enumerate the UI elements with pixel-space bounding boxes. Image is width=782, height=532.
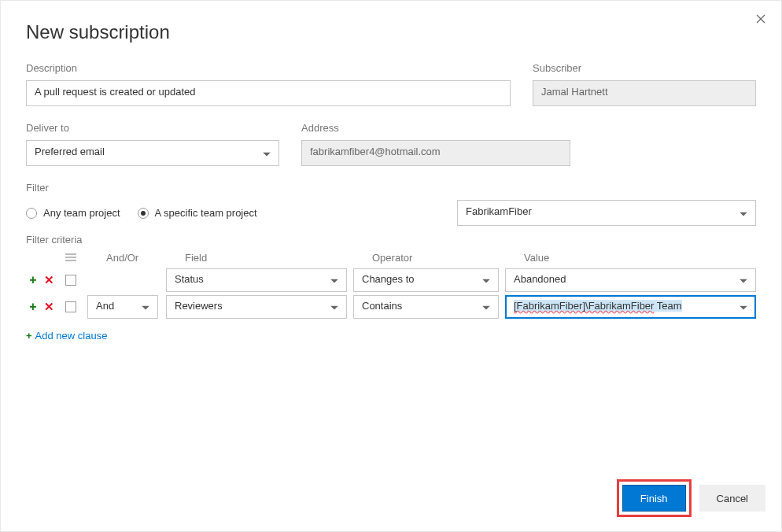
field-value: Status xyxy=(175,273,204,285)
radio-specific-label: A specific team project xyxy=(155,207,257,219)
operator-select[interactable]: Changes to xyxy=(353,268,499,292)
criteria-row: + ✕ Status Changes to Abandoned xyxy=(26,268,756,292)
andor-value: And xyxy=(96,300,114,312)
add-row-icon[interactable]: + xyxy=(26,273,40,287)
finish-button[interactable]: Finish xyxy=(622,485,686,512)
chevron-down-icon xyxy=(330,275,338,286)
value-text-suffix: Team xyxy=(654,300,681,312)
row-checkbox[interactable] xyxy=(65,301,76,312)
row-checkbox[interactable] xyxy=(65,275,76,286)
header-operator: Operator xyxy=(372,252,518,264)
radio-specific-project[interactable]: A specific team project xyxy=(138,207,257,219)
field-select[interactable]: Status xyxy=(166,268,347,292)
remove-row-icon[interactable]: ✕ xyxy=(42,300,56,314)
svg-rect-2 xyxy=(65,260,76,261)
header-value: Value xyxy=(524,252,756,264)
subscriber-field: Jamal Hartnett xyxy=(533,80,756,106)
chevron-down-icon xyxy=(482,275,490,286)
value-text: Abandoned xyxy=(514,273,566,285)
finish-label: Finish xyxy=(640,493,668,504)
field-value: Reviewers xyxy=(175,300,223,312)
radio-any-label: Any team project xyxy=(43,207,120,219)
add-clause-label: Add new clause xyxy=(35,330,108,342)
close-icon[interactable] xyxy=(753,12,769,28)
criteria-label: Filter criteria xyxy=(26,234,756,246)
add-clause-link[interactable]: + Add new clause xyxy=(26,330,107,342)
description-input[interactable]: A pull request is created or updated xyxy=(26,80,511,106)
field-select[interactable]: Reviewers xyxy=(166,295,347,319)
add-row-icon[interactable]: + xyxy=(26,300,40,314)
operator-value: Contains xyxy=(362,300,402,312)
address-field: fabrikamfiber4@hotmail.com xyxy=(301,140,570,166)
chevron-down-icon xyxy=(740,275,747,286)
header-field: Field xyxy=(185,252,366,264)
operator-select[interactable]: Contains xyxy=(353,295,499,319)
description-label: Description xyxy=(26,62,511,74)
subscriber-label: Subscriber xyxy=(533,62,756,74)
group-column-icon xyxy=(65,252,78,264)
value-input[interactable]: [FabrikamFiber]\FabrikamFiber Team xyxy=(505,295,756,319)
chevron-down-icon xyxy=(740,207,747,219)
remove-row-icon[interactable]: ✕ xyxy=(42,273,56,287)
header-andor: And/Or xyxy=(106,252,177,264)
finish-highlight: Finish xyxy=(617,479,692,517)
chevron-down-icon xyxy=(142,301,149,313)
project-value: FabrikamFiber xyxy=(466,205,532,217)
svg-rect-0 xyxy=(65,253,76,255)
chevron-down-icon xyxy=(740,301,747,313)
filter-label: Filter xyxy=(26,182,756,194)
address-value: fabrikamfiber4@hotmail.com xyxy=(310,146,441,157)
svg-rect-1 xyxy=(65,257,76,258)
chevron-down-icon xyxy=(263,147,271,159)
andor-select[interactable]: And xyxy=(87,295,158,319)
value-text-prefix: [FabrikamFiber]\FabrikamFiber xyxy=(514,300,654,312)
address-label: Address xyxy=(301,122,570,134)
radio-any-project[interactable]: Any team project xyxy=(26,207,120,219)
criteria-row: + ✕ And Reviewers Contains xyxy=(26,295,756,319)
subscriber-value: Jamal Hartnett xyxy=(541,86,608,98)
value-select[interactable]: Abandoned xyxy=(505,268,756,292)
page-title: New subscription xyxy=(26,21,756,43)
chevron-down-icon xyxy=(482,301,490,313)
description-value: A pull request is created or updated xyxy=(35,86,196,98)
cancel-button[interactable]: Cancel xyxy=(699,485,765,512)
deliver-label: Deliver to xyxy=(26,122,279,134)
plus-icon: + xyxy=(26,330,32,342)
project-select[interactable]: FabrikamFiber xyxy=(457,200,756,226)
radio-icon xyxy=(138,208,149,219)
radio-icon xyxy=(26,208,37,219)
deliver-select[interactable]: Preferred email xyxy=(26,140,279,166)
cancel-label: Cancel xyxy=(717,493,748,504)
deliver-value: Preferred email xyxy=(35,146,105,157)
operator-value: Changes to xyxy=(362,273,415,285)
chevron-down-icon xyxy=(330,301,338,313)
